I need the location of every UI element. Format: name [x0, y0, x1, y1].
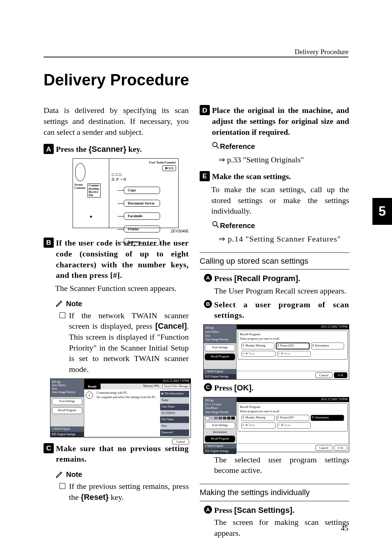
mode-copy[interactable]: Copy: [124, 187, 160, 194]
f3-strip-2: R/E Original Settings: [204, 374, 236, 379]
rs-r2[interactable]: User Name: [160, 404, 189, 410]
cp-sub-1: nicating: [89, 187, 99, 190]
rs-cancel[interactable]: Cancel: [172, 439, 189, 445]
f3-title: Recall Program: [240, 332, 346, 336]
cp-iconrow: ◻ ◻ ◻ ☰ ⇵ ⇢ ⧉: [111, 172, 176, 182]
step-3-text: Make sure that no previous setting remai…: [56, 443, 189, 465]
running-head: Delivery Procedure: [295, 47, 348, 57]
f3-slot-3[interactable]: 3Information: [311, 343, 344, 349]
f3-scan-settings[interactable]: Scan Settings: [205, 344, 235, 351]
rs-r6[interactable]: Password: [160, 430, 189, 436]
cp-left-label-1: Screen: [74, 183, 83, 186]
f3-ok[interactable]: O K: [334, 372, 347, 378]
cp-sub-0: Commu-: [89, 184, 99, 187]
figure-recall-1: 200 dpi Auto Detect Text Auto Image Dens…: [203, 324, 349, 380]
f4-recall-program[interactable]: Recall Program: [205, 436, 235, 442]
figure-control-panel: Screen Contrast Commu- nicating Receive …: [73, 158, 179, 228]
step-5-num: E: [200, 171, 210, 181]
svg-line-3: [217, 226, 219, 228]
sub1-step1: A Press [Recall Program].: [204, 273, 349, 284]
f3-hint: Select program you want to recall.: [240, 337, 346, 341]
sub1-s2-text: Select a user program of scan settings.: [214, 299, 349, 321]
rs-sb-info: 200 dpi Auto Detect Text Auto Image Dens…: [50, 379, 84, 397]
rs-strip-2: R/E Original Settings: [50, 432, 84, 437]
f4-slot-3[interactable]: 3Information: [311, 415, 344, 421]
mode-printer[interactable]: Printer: [124, 226, 160, 233]
f4-strip-1: 1 Sided Original: [204, 443, 236, 449]
sub1-step1-num: A: [204, 274, 212, 282]
rs-scan-settings[interactable]: Scan Settings: [52, 398, 82, 405]
page-title: Delivery Procedure: [44, 69, 348, 90]
f4-cancel[interactable]: Cancel: [315, 445, 332, 451]
sub1-s1-pre: Press: [214, 274, 234, 283]
rs-strip-1: 1 Sided Original: [50, 426, 84, 432]
svg-line-1: [217, 146, 219, 149]
rs-r0[interactable]: ▶ File Information: [160, 391, 189, 397]
note-2-head: Note: [55, 470, 189, 479]
dial-icon: [75, 163, 85, 181]
f4-title: Recall Program: [240, 405, 346, 409]
rs-msg2: Set originals and select the settings fr…: [97, 395, 156, 399]
page-number: 45: [341, 523, 348, 533]
f3-slot-2[interactable]: 2Project2001: [276, 343, 310, 349]
sub2-s1-pre: Press: [214, 506, 234, 515]
f3-time: AUG 27,2002 7:07PM: [237, 325, 349, 329]
cp-left-label-2: Contrast: [74, 186, 85, 190]
rs-recall-program[interactable]: Recall Program: [52, 407, 82, 414]
note-1-bold: [Cancel]: [155, 321, 187, 331]
f4-scan-settings[interactable]: Scan Settings: [205, 422, 235, 429]
rs-msg1: Communicating with PC.: [97, 391, 156, 395]
mode-scanner[interactable]: Scanner: [124, 238, 160, 246]
f3-recall-program[interactable]: Recall Program: [205, 353, 235, 360]
f3-slot-4[interactable]: 4✱ None: [241, 351, 275, 357]
mode-docserver[interactable]: Document Server: [124, 200, 160, 207]
sub2-s1-body: The screen for making scan settings appe…: [214, 517, 349, 538]
sub2-s1-bold: [Scan Settings].: [234, 506, 294, 515]
sub1-s1-bold: [Recall Program].: [234, 274, 300, 283]
f3-cancel[interactable]: Cancel: [315, 372, 332, 378]
f4-hint: Select program you want to recall.: [240, 410, 346, 414]
sub1-step3: C Press [OK].: [204, 382, 349, 393]
sub1-step2-num: B: [204, 300, 212, 308]
note-2-post: key.: [109, 493, 123, 502]
f3-slot-1[interactable]: 1Monday Meeting: [241, 343, 274, 349]
step-1-keycap: {Scanner}: [89, 145, 126, 154]
sub1-s3-pre: Press: [214, 383, 234, 392]
f4-slot-5[interactable]: 5✱ None: [277, 422, 311, 429]
rs-r5: New: [160, 423, 189, 430]
rs-timebar: AUG 27,2002 7:07PM: [84, 379, 191, 384]
rs-stored[interactable]: Stored Files Manage: [162, 384, 190, 389]
svg-point-2: [213, 222, 217, 226]
rs-memory: Memory 99%: [141, 384, 162, 390]
sub1-s1-body: The User Program Recall screen appears.: [214, 285, 349, 296]
magnifier-icon-1: [211, 141, 220, 152]
mode-fax[interactable]: Facsimile: [124, 212, 160, 220]
f4-slot-1[interactable]: 1Monday Meeting: [241, 415, 275, 421]
f4-sb-info: 200 dpi 8.5 × 4.4 inch Text/Photo Auto I…: [204, 397, 236, 416]
step-2-body: The Scanner Function screen appears.: [55, 283, 189, 294]
magnifier-icon-2: [211, 220, 220, 231]
note-1-head: Note: [55, 299, 189, 309]
info-icon: i: [86, 392, 93, 399]
f3-strip-1: 1 Sided Original: [204, 369, 236, 374]
f4-slot-4[interactable]: 4✱ None: [241, 422, 275, 429]
rs-r4[interactable]: File Name: [160, 417, 189, 423]
step-4-num: D: [200, 105, 210, 115]
bullet-box-icon: [60, 312, 65, 318]
cp-small-btn[interactable]: ⚙/123: [162, 165, 176, 171]
f4-ok[interactable]: O K: [334, 445, 347, 451]
cp-top-label: User Tools/Counter: [149, 161, 176, 164]
ref-2-head: Reference: [211, 220, 349, 231]
sub1-s3-body: The selected user program settings becom…: [214, 454, 349, 476]
ref-1-head: Reference: [211, 141, 349, 152]
f4-extra: Information: [205, 430, 235, 434]
intro-text: Data is delivered by specifying its scan…: [44, 105, 189, 137]
svg-point-0: [213, 142, 217, 147]
step-4: D Place the original in the machine, and…: [200, 105, 349, 137]
cp-sub-2: Receive: [89, 190, 98, 194]
step-5: E Make the scan settings.: [200, 171, 349, 182]
f3-slot-5[interactable]: 5✱ None: [277, 351, 311, 357]
step-3-num: C: [44, 443, 54, 453]
f4-slot-2[interactable]: 2Project2001: [276, 415, 310, 421]
header-rule: [44, 57, 348, 57]
